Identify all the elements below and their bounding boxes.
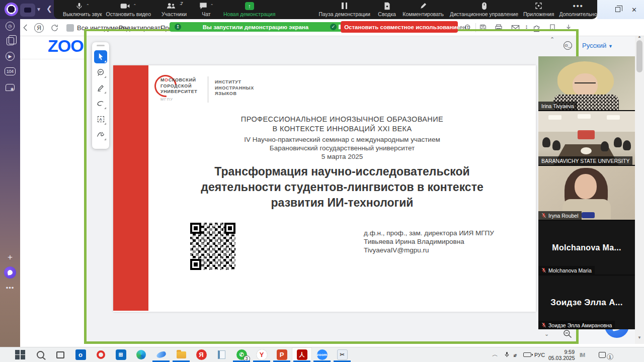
participant-name-label: Irina Tivyaeva [538,102,577,110]
opera-icon[interactable] [91,347,111,362]
qr-finder [190,223,201,234]
taskbar-search-icon[interactable] [30,347,50,362]
summary-button[interactable]: Сводка [377,0,397,19]
extensions-puzzle-icon[interactable] [532,19,541,36]
save-icon[interactable] [479,19,487,36]
overflow-menu-icon[interactable]: ⋮ [523,19,530,36]
highlight-tool[interactable] [94,81,107,95]
signature-tool[interactable] [94,128,107,141]
qr-finder [224,223,235,234]
notification-center-icon[interactable]: 1 [599,347,613,362]
text-box-tool[interactable]: A [94,113,107,126]
whatsapp-icon[interactable]: ✆3 [231,347,252,362]
im-tray-icon[interactable]: IM [580,347,585,362]
notepad-icon[interactable] [211,347,231,362]
chevron-down-icon[interactable]: ▼ [36,7,41,12]
microsoft-store-icon[interactable]: ⊞ [111,347,131,362]
yandex-icon[interactable]: Я [191,347,211,362]
mic-muted-icon [541,213,546,218]
outlook-icon[interactable]: o [70,347,91,362]
annotate-button[interactable]: Комментировать [403,0,444,19]
toolbar-collapse-chevron[interactable]: ⌃ [550,36,554,43]
edge-icon[interactable] [131,347,151,362]
participant-tile[interactable]: Irina Tivyaeva [538,56,635,110]
video-chat-icon[interactable] [4,81,16,94]
site-badge-icon[interactable] [66,19,74,36]
collections-icon[interactable] [548,19,556,36]
zoom-taskbar-icon[interactable]: zoom [312,347,332,362]
chevron-down-icon: ▼ [608,44,613,49]
tabs-counter-badge[interactable]: 104 [4,65,16,77]
stop-video-button[interactable]: ⌃ Остановить видео [106,0,151,19]
apps-button[interactable]: Приложения [523,0,554,19]
acrobat-icon[interactable]: 人 [292,347,312,362]
tray-language[interactable]: РУС [534,347,545,362]
chevron-up-icon[interactable]: ⌃ [86,4,90,8]
pause-share-button[interactable]: Пауза демонстрации [318,0,370,19]
chevron-up-icon[interactable]: ⌃ [210,4,214,8]
scrollbar[interactable]: ▲ ▼ [635,30,644,344]
draw-free-tool[interactable] [94,97,107,110]
close-window-icon[interactable]: ✕ [631,6,637,14]
tray-expand-chevron[interactable]: ︿ [492,347,498,362]
notes-icon[interactable] [4,35,16,47]
language-selector[interactable]: Русский ▼ [582,42,613,49]
slide-red-bar [113,65,148,311]
chevron-up-icon[interactable]: ⌃ [133,4,136,8]
history-icon[interactable]: ◷ [4,20,16,32]
tray-network-icon[interactable]: ⸙ [514,347,517,362]
participant-tile[interactable]: Зоидзе Элла А... Зоидзе Элла Амирановна [538,276,635,329]
panel-collapse-chevron[interactable]: ⌄ [544,331,549,337]
university-name: МОСКОВСКИЙ ГОРОДСКОЙ УНИВЕРСИТЕТ МГПУ [160,77,197,102]
extension-icon[interactable] [20,4,35,17]
stop-share-label: Остановить совместное использование [344,24,460,30]
remote-control-button[interactable]: Дистанционное управление [450,0,518,19]
tray-mic-icon[interactable] [504,347,510,362]
snipping-tool-icon[interactable]: ✂ [332,347,352,362]
play-icon[interactable]: ▶ [4,50,16,62]
task-view-icon[interactable] [50,347,70,362]
palette-drag-handle[interactable] [97,45,105,46]
mute-button[interactable]: ⌃ Выключить звук [63,0,102,19]
print-icon[interactable] [495,19,503,36]
yandex-site-icon[interactable]: Я [34,19,44,36]
restore-window-icon[interactable] [615,7,620,12]
powerpoint-icon[interactable]: P [272,347,292,362]
alice-assistant-icon[interactable] [4,266,16,279]
comment-tool[interactable] [94,66,107,79]
search-icon[interactable] [464,19,472,36]
reload-icon[interactable] [50,19,59,36]
participant-tile[interactable]: Molchanova Ma... Molchanova Maria [538,221,635,275]
add-icon[interactable]: + [4,251,16,263]
scroll-down-arrow[interactable]: ▼ [635,335,644,340]
participants-button[interactable]: 7 ⌃ Участники [159,0,189,19]
start-button[interactable] [10,347,30,362]
stop-icon [339,25,341,29]
scrollbar-thumb[interactable] [636,40,642,72]
participant-tile[interactable]: BARANAVICHY STATE UNIVERSITY [538,111,635,165]
sidebar-more-icon[interactable]: ••• [4,282,16,294]
new-share-button[interactable]: ↑ Новая демонстрация [223,0,275,19]
file-explorer-icon[interactable] [171,347,191,362]
stop-share-button[interactable]: Остановить совместное использование [341,21,458,33]
participant-tile[interactable]: Iryna Roubel [538,166,635,220]
tray-battery-icon[interactable] [523,347,531,362]
paint-app-icon[interactable] [151,347,171,362]
mic-muted-icon [541,322,546,328]
downloads-icon[interactable] [565,19,573,36]
back-icon[interactable] [21,19,30,36]
chat-button[interactable]: ⌃ Чат [196,0,216,19]
translator-icon[interactable]: ʘ‿ [564,41,572,50]
mail-icon[interactable] [511,19,520,36]
select-tool[interactable] [94,50,107,63]
tray-clock[interactable]: 9:59 05.03.2025 [548,347,575,362]
desktop: ▼ ❮ ✕ Я Все инструменты Редактировать Пр… [0,0,644,362]
share-active-icon: ↥ [175,24,181,30]
pdf-menu-edit[interactable]: Редактировать [119,19,164,36]
collapse-toolbar-icon[interactable]: ❮ [46,5,52,13]
zoom-out-loupe-icon[interactable] [562,329,573,341]
more-button[interactable]: ••• Дополнительно [559,0,597,19]
zoom-logo: ZOOM [48,36,84,56]
yandex-browser-icon[interactable]: Y [252,347,272,362]
profile-avatar-icon[interactable] [5,3,18,16]
